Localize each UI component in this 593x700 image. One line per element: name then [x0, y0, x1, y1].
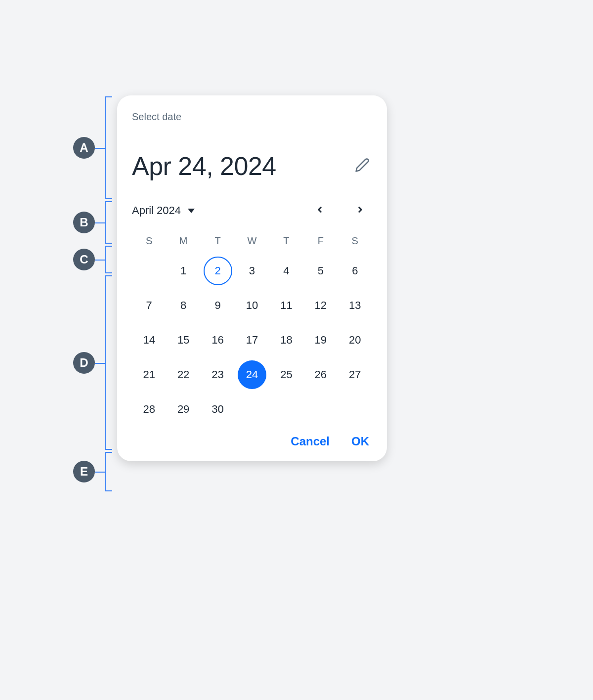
calendar-day[interactable]: 23 — [204, 360, 232, 389]
calendar-day-cell: 23 — [201, 359, 235, 390]
calendar-day-cell: 9 — [201, 290, 235, 321]
calendar-day[interactable]: 17 — [238, 326, 266, 354]
dropdown-icon — [188, 209, 195, 213]
pencil-icon — [355, 158, 370, 175]
calendar-day-cell: 24 — [235, 359, 269, 390]
calendar-day[interactable]: 1 — [169, 257, 198, 285]
calendar-day-cell: 6 — [338, 256, 372, 286]
day-of-week-label: S — [338, 235, 372, 247]
calendar-day-cell — [132, 256, 166, 286]
day-of-week-label: S — [132, 235, 166, 247]
annotation-bracket-e — [105, 452, 112, 491]
month-year-select[interactable]: April 2024 — [132, 204, 195, 217]
annotation-bracket-d — [105, 275, 112, 450]
calendar-day-cell: 3 — [235, 256, 269, 286]
calendar-week-row: 282930 — [132, 394, 372, 425]
calendar-day[interactable]: 19 — [306, 326, 335, 354]
calendar-day-cell: 8 — [166, 290, 200, 321]
days-of-week-row: SMTWTFS — [132, 235, 372, 247]
calendar-day[interactable]: 2 — [204, 257, 232, 285]
calendar-day[interactable]: 12 — [306, 291, 335, 320]
day-of-week-label: T — [201, 235, 235, 247]
calendar-day[interactable]: 3 — [238, 257, 266, 285]
action-row: Cancel OK — [132, 435, 372, 448]
calendar-week-row: 21222324252627 — [132, 359, 372, 390]
calendar-day-cell: 26 — [303, 359, 338, 390]
month-nav-row: April 2024 — [132, 202, 372, 219]
annotation-b: B — [73, 212, 95, 233]
calendar-day[interactable]: 24 — [238, 360, 266, 389]
calendar-day[interactable]: 6 — [340, 257, 369, 285]
calendar-day[interactable]: 18 — [272, 326, 300, 354]
calendar-day-cell: 20 — [338, 325, 372, 355]
calendar-day[interactable]: 29 — [169, 395, 198, 424]
calendar-day[interactable]: 11 — [272, 291, 300, 320]
month-nav-arrows — [311, 202, 372, 219]
annotation-connector-a — [95, 148, 105, 149]
cancel-button[interactable]: Cancel — [291, 435, 330, 448]
calendar-day[interactable]: 8 — [169, 291, 198, 320]
headline-row: Apr 24, 2024 — [132, 151, 372, 181]
annotation-c: C — [73, 249, 95, 270]
annotation-a: A — [73, 137, 95, 159]
calendar-day-cell: 25 — [269, 359, 303, 390]
annotation-bracket-a — [105, 96, 112, 199]
calendar-day-cell: 1 — [166, 256, 200, 286]
calendar-day-cell: 18 — [269, 325, 303, 355]
calendar-day[interactable]: 16 — [204, 326, 232, 354]
calendar-day[interactable]: 5 — [306, 257, 335, 285]
calendar-day-cell — [338, 394, 372, 425]
calendar-day[interactable]: 30 — [204, 395, 232, 424]
annotation-bracket-b — [105, 201, 112, 244]
calendar-day-cell: 28 — [132, 394, 166, 425]
chevron-left-icon — [315, 205, 324, 216]
calendar-day[interactable]: 14 — [135, 326, 164, 354]
calendar-day[interactable]: 27 — [340, 360, 369, 389]
annotation-connector-c — [95, 260, 105, 261]
month-year-label: April 2024 — [132, 204, 181, 217]
calendar-week-row: 123456 — [132, 256, 372, 286]
calendar-day[interactable]: 13 — [340, 291, 369, 320]
calendar-day-cell — [235, 394, 269, 425]
calendar-day[interactable]: 15 — [169, 326, 198, 354]
calendar-day[interactable]: 4 — [272, 257, 300, 285]
calendar-day-cell: 14 — [132, 325, 166, 355]
chevron-right-icon — [356, 205, 365, 216]
calendar-day-cell: 12 — [303, 290, 338, 321]
annotation-e: E — [73, 461, 95, 482]
annotation-bracket-c — [105, 246, 112, 273]
annotation-d: D — [73, 352, 95, 374]
calendar-day-cell: 21 — [132, 359, 166, 390]
next-month-button[interactable] — [351, 202, 369, 219]
calendar-day[interactable]: 7 — [135, 291, 164, 320]
day-of-week-label: T — [269, 235, 303, 247]
day-of-week-label: F — [303, 235, 338, 247]
day-of-week-label: W — [235, 235, 269, 247]
calendar-day[interactable]: 26 — [306, 360, 335, 389]
calendar-day[interactable]: 9 — [204, 291, 232, 320]
calendar-day-cell: 7 — [132, 290, 166, 321]
annotation-connector-d — [95, 363, 105, 364]
annotation-connector-e — [95, 472, 105, 473]
calendar-day[interactable]: 20 — [340, 326, 369, 354]
prev-month-button[interactable] — [311, 202, 329, 219]
calendar-day-cell — [303, 394, 338, 425]
edit-date-button[interactable] — [352, 156, 372, 176]
calendar-day[interactable]: 21 — [135, 360, 164, 389]
calendar-day[interactable]: 10 — [238, 291, 266, 320]
calendar-day-cell: 19 — [303, 325, 338, 355]
calendar-day-cell: 15 — [166, 325, 200, 355]
calendar-day[interactable]: 22 — [169, 360, 198, 389]
calendar-day[interactable]: 25 — [272, 360, 300, 389]
calendar-day-cell: 27 — [338, 359, 372, 390]
calendar-day-cell: 5 — [303, 256, 338, 286]
calendar-day-cell — [269, 394, 303, 425]
calendar-grid: 1234567891011121314151617181920212223242… — [132, 256, 372, 425]
supertitle: Select date — [132, 111, 372, 123]
ok-button[interactable]: OK — [351, 435, 369, 448]
calendar-day-cell: 11 — [269, 290, 303, 321]
calendar-day[interactable]: 28 — [135, 395, 164, 424]
date-picker-card: Select date Apr 24, 2024 April 2024 — [117, 95, 387, 461]
calendar-week-row: 78910111213 — [132, 290, 372, 321]
calendar-day-cell: 4 — [269, 256, 303, 286]
